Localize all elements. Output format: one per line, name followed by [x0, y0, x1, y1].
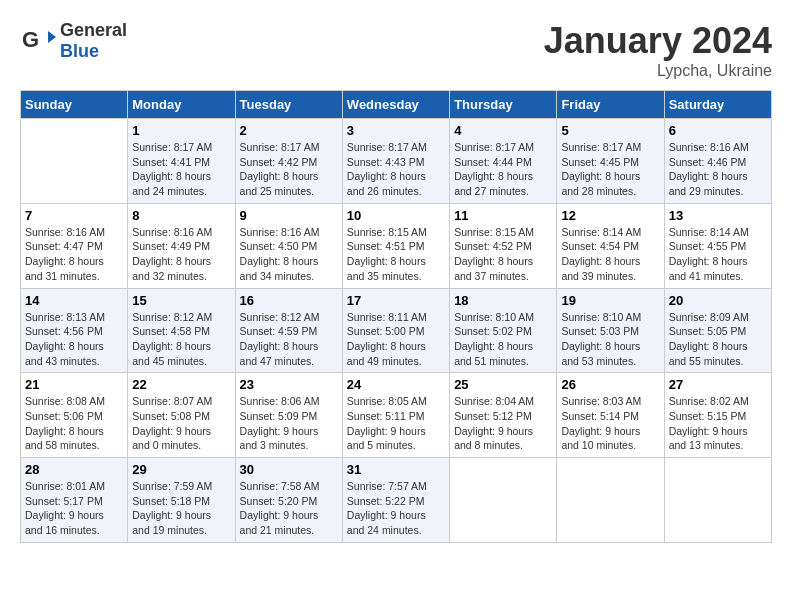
day-info: Sunrise: 8:17 AM Sunset: 4:45 PM Dayligh…	[561, 140, 659, 199]
table-row: 26Sunrise: 8:03 AM Sunset: 5:14 PM Dayli…	[557, 373, 664, 458]
day-number: 25	[454, 377, 552, 392]
day-info: Sunrise: 8:08 AM Sunset: 5:06 PM Dayligh…	[25, 394, 123, 453]
col-tuesday: Tuesday	[235, 91, 342, 119]
day-info: Sunrise: 8:17 AM Sunset: 4:43 PM Dayligh…	[347, 140, 445, 199]
day-info: Sunrise: 8:14 AM Sunset: 4:54 PM Dayligh…	[561, 225, 659, 284]
table-row: 7Sunrise: 8:16 AM Sunset: 4:47 PM Daylig…	[21, 203, 128, 288]
calendar-row: 7Sunrise: 8:16 AM Sunset: 4:47 PM Daylig…	[21, 203, 772, 288]
day-number: 15	[132, 293, 230, 308]
col-wednesday: Wednesday	[342, 91, 449, 119]
day-number: 30	[240, 462, 338, 477]
col-thursday: Thursday	[450, 91, 557, 119]
day-number: 24	[347, 377, 445, 392]
table-row: 8Sunrise: 8:16 AM Sunset: 4:49 PM Daylig…	[128, 203, 235, 288]
table-row: 1Sunrise: 8:17 AM Sunset: 4:41 PM Daylig…	[128, 119, 235, 204]
day-info: Sunrise: 7:59 AM Sunset: 5:18 PM Dayligh…	[132, 479, 230, 538]
calendar-table: Sunday Monday Tuesday Wednesday Thursday…	[20, 90, 772, 543]
table-row: 23Sunrise: 8:06 AM Sunset: 5:09 PM Dayli…	[235, 373, 342, 458]
table-row: 4Sunrise: 8:17 AM Sunset: 4:44 PM Daylig…	[450, 119, 557, 204]
page-header: G General Blue January 2024 Lypcha, Ukra…	[20, 20, 772, 80]
col-friday: Friday	[557, 91, 664, 119]
day-info: Sunrise: 8:07 AM Sunset: 5:08 PM Dayligh…	[132, 394, 230, 453]
col-monday: Monday	[128, 91, 235, 119]
day-info: Sunrise: 8:17 AM Sunset: 4:41 PM Dayligh…	[132, 140, 230, 199]
table-row: 24Sunrise: 8:05 AM Sunset: 5:11 PM Dayli…	[342, 373, 449, 458]
day-info: Sunrise: 8:15 AM Sunset: 4:52 PM Dayligh…	[454, 225, 552, 284]
day-info: Sunrise: 8:04 AM Sunset: 5:12 PM Dayligh…	[454, 394, 552, 453]
table-row: 11Sunrise: 8:15 AM Sunset: 4:52 PM Dayli…	[450, 203, 557, 288]
svg-text:G: G	[22, 27, 39, 52]
day-number: 11	[454, 208, 552, 223]
calendar-row: 28Sunrise: 8:01 AM Sunset: 5:17 PM Dayli…	[21, 458, 772, 543]
day-number: 19	[561, 293, 659, 308]
day-number: 16	[240, 293, 338, 308]
day-info: Sunrise: 8:11 AM Sunset: 5:00 PM Dayligh…	[347, 310, 445, 369]
day-number: 7	[25, 208, 123, 223]
table-row: 3Sunrise: 8:17 AM Sunset: 4:43 PM Daylig…	[342, 119, 449, 204]
day-number: 29	[132, 462, 230, 477]
day-info: Sunrise: 8:05 AM Sunset: 5:11 PM Dayligh…	[347, 394, 445, 453]
col-saturday: Saturday	[664, 91, 771, 119]
table-row: 28Sunrise: 8:01 AM Sunset: 5:17 PM Dayli…	[21, 458, 128, 543]
day-number: 3	[347, 123, 445, 138]
table-row	[450, 458, 557, 543]
day-number: 13	[669, 208, 767, 223]
table-row: 6Sunrise: 8:16 AM Sunset: 4:46 PM Daylig…	[664, 119, 771, 204]
table-row: 16Sunrise: 8:12 AM Sunset: 4:59 PM Dayli…	[235, 288, 342, 373]
table-row: 13Sunrise: 8:14 AM Sunset: 4:55 PM Dayli…	[664, 203, 771, 288]
svg-marker-1	[48, 31, 56, 43]
day-info: Sunrise: 8:14 AM Sunset: 4:55 PM Dayligh…	[669, 225, 767, 284]
logo-blue: Blue	[60, 41, 99, 61]
day-info: Sunrise: 8:10 AM Sunset: 5:03 PM Dayligh…	[561, 310, 659, 369]
table-row: 20Sunrise: 8:09 AM Sunset: 5:05 PM Dayli…	[664, 288, 771, 373]
day-info: Sunrise: 8:02 AM Sunset: 5:15 PM Dayligh…	[669, 394, 767, 453]
day-info: Sunrise: 8:17 AM Sunset: 4:42 PM Dayligh…	[240, 140, 338, 199]
day-number: 2	[240, 123, 338, 138]
table-row: 30Sunrise: 7:58 AM Sunset: 5:20 PM Dayli…	[235, 458, 342, 543]
day-info: Sunrise: 8:16 AM Sunset: 4:47 PM Dayligh…	[25, 225, 123, 284]
table-row: 27Sunrise: 8:02 AM Sunset: 5:15 PM Dayli…	[664, 373, 771, 458]
day-info: Sunrise: 8:01 AM Sunset: 5:17 PM Dayligh…	[25, 479, 123, 538]
logo-general: General	[60, 20, 127, 40]
day-number: 27	[669, 377, 767, 392]
day-info: Sunrise: 8:12 AM Sunset: 4:58 PM Dayligh…	[132, 310, 230, 369]
table-row: 17Sunrise: 8:11 AM Sunset: 5:00 PM Dayli…	[342, 288, 449, 373]
day-number: 23	[240, 377, 338, 392]
day-number: 4	[454, 123, 552, 138]
day-info: Sunrise: 7:57 AM Sunset: 5:22 PM Dayligh…	[347, 479, 445, 538]
month-title: January 2024	[544, 20, 772, 62]
location-subtitle: Lypcha, Ukraine	[544, 62, 772, 80]
day-number: 12	[561, 208, 659, 223]
day-info: Sunrise: 8:10 AM Sunset: 5:02 PM Dayligh…	[454, 310, 552, 369]
day-number: 22	[132, 377, 230, 392]
day-number: 1	[132, 123, 230, 138]
day-number: 28	[25, 462, 123, 477]
table-row: 31Sunrise: 7:57 AM Sunset: 5:22 PM Dayli…	[342, 458, 449, 543]
day-number: 9	[240, 208, 338, 223]
table-row: 9Sunrise: 8:16 AM Sunset: 4:50 PM Daylig…	[235, 203, 342, 288]
table-row: 12Sunrise: 8:14 AM Sunset: 4:54 PM Dayli…	[557, 203, 664, 288]
day-info: Sunrise: 8:17 AM Sunset: 4:44 PM Dayligh…	[454, 140, 552, 199]
table-row: 18Sunrise: 8:10 AM Sunset: 5:02 PM Dayli…	[450, 288, 557, 373]
day-info: Sunrise: 8:16 AM Sunset: 4:46 PM Dayligh…	[669, 140, 767, 199]
day-info: Sunrise: 8:15 AM Sunset: 4:51 PM Dayligh…	[347, 225, 445, 284]
table-row: 14Sunrise: 8:13 AM Sunset: 4:56 PM Dayli…	[21, 288, 128, 373]
table-row: 22Sunrise: 8:07 AM Sunset: 5:08 PM Dayli…	[128, 373, 235, 458]
col-sunday: Sunday	[21, 91, 128, 119]
table-row: 5Sunrise: 8:17 AM Sunset: 4:45 PM Daylig…	[557, 119, 664, 204]
calendar-row: 1Sunrise: 8:17 AM Sunset: 4:41 PM Daylig…	[21, 119, 772, 204]
day-number: 8	[132, 208, 230, 223]
day-info: Sunrise: 7:58 AM Sunset: 5:20 PM Dayligh…	[240, 479, 338, 538]
table-row: 21Sunrise: 8:08 AM Sunset: 5:06 PM Dayli…	[21, 373, 128, 458]
table-row: 15Sunrise: 8:12 AM Sunset: 4:58 PM Dayli…	[128, 288, 235, 373]
table-row: 10Sunrise: 8:15 AM Sunset: 4:51 PM Dayli…	[342, 203, 449, 288]
day-number: 14	[25, 293, 123, 308]
day-number: 10	[347, 208, 445, 223]
table-row: 19Sunrise: 8:10 AM Sunset: 5:03 PM Dayli…	[557, 288, 664, 373]
day-info: Sunrise: 8:13 AM Sunset: 4:56 PM Dayligh…	[25, 310, 123, 369]
day-number: 5	[561, 123, 659, 138]
logo: G General Blue	[20, 20, 127, 62]
day-info: Sunrise: 8:09 AM Sunset: 5:05 PM Dayligh…	[669, 310, 767, 369]
calendar-row: 14Sunrise: 8:13 AM Sunset: 4:56 PM Dayli…	[21, 288, 772, 373]
day-number: 18	[454, 293, 552, 308]
